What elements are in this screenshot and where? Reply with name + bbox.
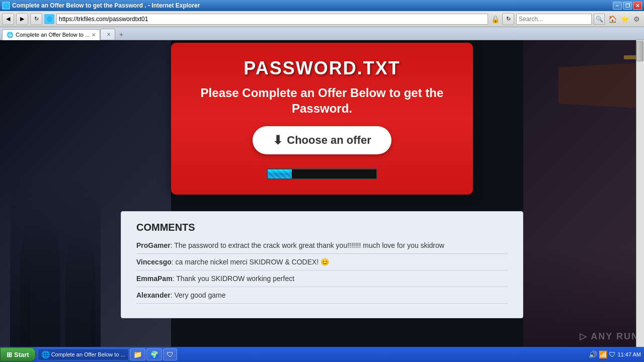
title-bar: 🌐 Complete an Offer Below to get the Pas…	[0, 0, 644, 11]
taskbar-item-label: Complete an Offer Below to ...	[51, 351, 125, 357]
comment-sep-3: :	[173, 275, 177, 283]
security-icon: 🛡	[609, 350, 616, 358]
lock-icon: 🔒	[490, 14, 500, 24]
tab-icon: 🌐	[7, 32, 14, 38]
subtitle-text: Please Complete an Offer Below to get th…	[191, 85, 453, 116]
network-icon: 📶	[599, 350, 607, 358]
ie-toolbar-buttons: 🏠 ⭐ ⚙	[607, 14, 642, 25]
comments-title: COMMENTS	[136, 222, 508, 233]
anyrun-watermark: ▷ ANY RUN	[580, 331, 639, 342]
window-controls: − ❐ ✕	[613, 2, 642, 10]
taskbar: ⊞ Start 🌐 Complete an Offer Below to ...…	[0, 347, 644, 362]
folder-icon: 📁	[133, 350, 142, 358]
forward-button[interactable]: ▶	[16, 13, 28, 25]
comment-author-3: EmmaPam	[136, 275, 173, 283]
close-button[interactable]: ✕	[633, 2, 642, 10]
comment-item-2: Vincecsgo: ca marche nickel merci SKIDRO…	[136, 258, 508, 270]
choose-offer-label: Choose an offer	[287, 134, 371, 147]
search-input[interactable]	[516, 14, 592, 25]
sys-icons: 🔊 📶 🛡	[589, 350, 616, 358]
start-button[interactable]: ⊞ Start	[0, 347, 36, 361]
back-button[interactable]: ◀	[2, 13, 14, 25]
favorites-button[interactable]: ⭐	[619, 14, 630, 25]
comment-text-1: The password to extract the crack work g…	[174, 241, 444, 249]
tab-close2-button[interactable]: ✕	[107, 32, 111, 37]
browser-content: ▷ ANY RUN PASSWORD.TXT Please Complete a…	[0, 40, 644, 347]
comment-item: ProGamer: The password to extract the cr…	[136, 241, 508, 254]
refresh2-button[interactable]: ↻	[502, 13, 514, 25]
scrollbar-thumb[interactable]	[636, 41, 643, 61]
scrollbar[interactable]	[636, 40, 644, 347]
taskbar-right: 🔊 📶 🛡 11:47 AM	[586, 350, 644, 358]
start-label: Start	[14, 351, 29, 358]
taskbar-item-app[interactable]: 🛡	[163, 348, 177, 360]
choose-offer-button[interactable]: ⬇ Choose an offer	[253, 126, 391, 154]
comment-item-3: EmmaPam: Thank you SKIDROW working perfe…	[136, 275, 508, 287]
tab-close-button[interactable]: ✕	[92, 32, 96, 38]
tab-bar: 🌐 Complete an Offer Below to ... ✕ ✕ ＋	[0, 27, 644, 40]
clock: 11:47 AM	[618, 351, 641, 357]
progress-bar	[267, 168, 377, 179]
comment-author-1: ProGamer	[136, 241, 171, 249]
bg-right: ▷ ANY RUN	[523, 40, 644, 347]
comment-item-4: Alexander: Very good game	[136, 291, 508, 304]
window-icon: 🌐	[2, 2, 10, 10]
app-icon: 🛡	[167, 350, 174, 358]
tab-new-empty[interactable]: ✕	[100, 29, 115, 40]
minimize-button[interactable]: −	[613, 2, 622, 10]
address-bar: ◀ ▶ ↻ 🌐 🔒 ↻ 🔍 🏠 ⭐ ⚙	[0, 11, 644, 27]
restore-button[interactable]: ❐	[623, 2, 632, 10]
comment-author-2: Vincecsgo	[136, 258, 172, 266]
comment-text-4: Very good game	[174, 291, 225, 299]
start-icon: ⊞	[7, 351, 12, 358]
download-icon: ⬇	[273, 133, 283, 147]
new-tab-button[interactable]: ＋	[116, 30, 126, 40]
address-input[interactable]	[56, 14, 488, 25]
progress-fill	[268, 169, 292, 178]
taskbar-item-folder[interactable]: 📁	[130, 348, 145, 360]
window-title: Complete an Offer Below to get the Passw…	[12, 2, 613, 9]
volume-icon: 🔊	[589, 350, 597, 358]
comment-text-3: Thank you SKIDROW working perfect	[176, 275, 294, 283]
refresh-button[interactable]: ↻	[30, 13, 42, 25]
progress-stripes	[268, 169, 292, 178]
home-button[interactable]: 🏠	[607, 14, 618, 25]
taskbar-items: 🌐 Complete an Offer Below to ... 📁 🌍 🛡	[38, 348, 586, 360]
taskbar-item-icon: 🌐	[41, 350, 50, 358]
content-card: PASSWORD.TXT Please Complete an Offer Be…	[171, 43, 473, 195]
tab-label: Complete an Offer Below to ...	[16, 32, 90, 38]
comment-author-4: Alexander	[136, 291, 171, 299]
chrome-icon: 🌍	[150, 350, 158, 358]
comments-section: COMMENTS ProGamer: The password to extra…	[121, 211, 523, 318]
tab-active[interactable]: 🌐 Complete an Offer Below to ... ✕	[2, 29, 100, 40]
taskbar-item-chrome[interactable]: 🌍	[146, 348, 162, 360]
address-icon: 🌐	[44, 14, 54, 24]
comment-sep-2: :	[172, 258, 176, 266]
comment-text-2: ca marche nickel merci SKIDROW & CODEX! …	[176, 258, 330, 266]
tools-button[interactable]: ⚙	[631, 14, 642, 25]
search-button[interactable]: 🔍	[594, 14, 605, 25]
site-title: PASSWORD.TXT	[191, 58, 453, 79]
taskbar-item-browser[interactable]: 🌐 Complete an Offer Below to ...	[38, 348, 129, 360]
